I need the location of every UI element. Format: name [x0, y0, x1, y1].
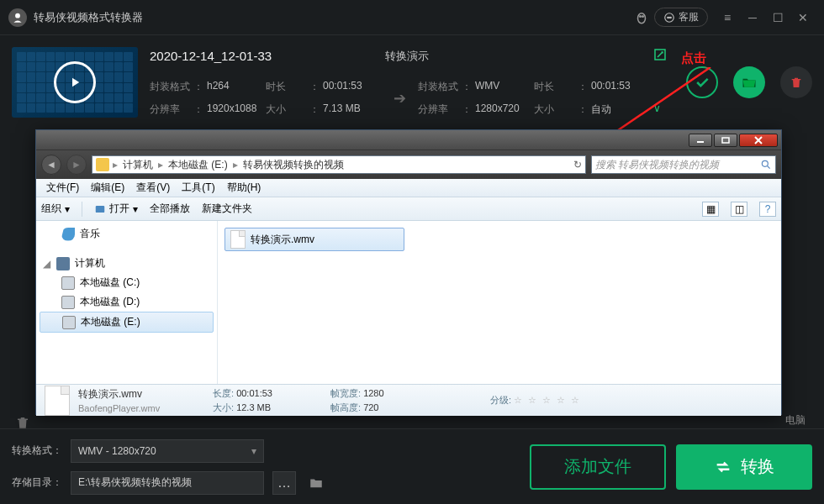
explorer-sidebar: 音乐 ◢计算机 本地磁盘 (C:) 本地磁盘 (D:) 本地磁盘 (E:) [36, 221, 218, 384]
open-folder-button[interactable] [733, 66, 765, 98]
view-mode-icon[interactable]: ▦ [702, 202, 719, 217]
file-type-icon [45, 386, 70, 416]
svg-point-2 [640, 15, 642, 17]
explorer-minimize-button[interactable] [689, 134, 712, 147]
folder-icon [96, 158, 109, 171]
toolbar-organize[interactable]: 组织 ▾ [41, 202, 70, 216]
sidebar-item-drive-c[interactable]: 本地磁盘 (C:) [36, 273, 217, 292]
bottom-bar: 转换格式： WMV - 1280x720▾ 存储目录： E:\转易侠视频转换的视… [0, 428, 824, 504]
qq-icon[interactable] [629, 5, 654, 30]
file-explorer-window: ◄ ► ▸ 计算机▸ 本地磁盘 (E:)▸ 转易侠视频转换的视频 ↻ 搜索 转易… [35, 129, 782, 415]
svg-line-12 [768, 166, 770, 169]
menu-tools[interactable]: 工具(T) [177, 179, 219, 197]
svg-rect-13 [96, 205, 105, 212]
app-logo [8, 8, 27, 27]
chevron-down-icon: ▾ [251, 445, 256, 457]
help-icon[interactable]: ? [759, 202, 776, 217]
maximize-button[interactable]: ☐ [765, 5, 790, 30]
file-icon [230, 230, 246, 249]
explorer-details-pane: 转换演示.wmv BaofengPlayer.wmv 长度: 00:01:53 … [36, 384, 781, 416]
address-bar[interactable]: ▸ 计算机▸ 本地磁盘 (E:)▸ 转易侠视频转换的视频 ↻ [92, 155, 586, 174]
svg-point-5 [668, 17, 668, 18]
close-button[interactable]: ✕ [790, 5, 816, 30]
item-filename: 2020-12-14_12-01-33 [150, 49, 385, 63]
confirm-button[interactable] [686, 66, 718, 98]
explorer-maximize-button[interactable] [714, 134, 737, 147]
sidebar-item-music[interactable]: 音乐 [36, 224, 217, 244]
item-output-name: 转换演示 [385, 49, 652, 64]
menu-help[interactable]: 帮助(H) [222, 179, 267, 197]
arrow-right-icon: ➔ [394, 89, 406, 108]
svg-rect-10 [722, 138, 729, 143]
menu-file[interactable]: 文件(F) [41, 179, 84, 197]
menu-icon[interactable]: ≡ [715, 5, 740, 30]
explorer-content[interactable]: 转换演示.wmv [218, 221, 781, 384]
output-dir-input[interactable]: E:\转易侠视频转换的视频 [71, 471, 264, 495]
explorer-search-input[interactable]: 搜索 转易侠视频转换的视频 [591, 155, 776, 174]
output-format-dropdown[interactable]: WMV - 1280x720▾ [71, 439, 264, 463]
preview-pane-icon[interactable]: ◫ [731, 202, 747, 217]
video-thumbnail[interactable] [12, 47, 138, 118]
add-file-button[interactable]: 添加文件 [530, 444, 666, 490]
open-dir-icon[interactable] [304, 471, 328, 495]
sidebar-item-computer[interactable]: ◢计算机 [36, 254, 217, 273]
toolbar-open[interactable]: 打开 ▾ [94, 202, 138, 216]
sidebar-item-drive-e[interactable]: 本地磁盘 (E:) [40, 312, 214, 333]
svg-point-3 [642, 15, 644, 17]
svg-point-11 [762, 160, 768, 166]
rename-icon[interactable] [652, 47, 668, 65]
svg-point-7 [670, 17, 671, 18]
rating-stars[interactable]: ☆ ☆ ☆ ☆ ☆ [514, 395, 581, 405]
search-icon [760, 159, 772, 171]
file-item[interactable]: 转换演示.wmv [224, 228, 404, 251]
minimize-button[interactable]: ─ [740, 5, 765, 30]
size-dropdown-icon[interactable]: ∨ [653, 102, 661, 117]
delete-button[interactable] [780, 66, 812, 98]
sidebar-item-drive-d[interactable]: 本地磁盘 (D:) [36, 292, 217, 312]
explorer-titlebar[interactable] [36, 130, 781, 150]
explorer-close-button[interactable] [739, 134, 778, 147]
svg-point-1 [638, 13, 646, 23]
browse-button[interactable]: … [272, 471, 296, 495]
app-title: 转易侠视频格式转换器 [34, 10, 143, 25]
conversion-item: 2020-12-14_12-01-33 转换演示 封装格式：h264 分辨率 ：… [0, 35, 824, 129]
svg-point-6 [668, 17, 669, 18]
toolbar-playall[interactable]: 全部播放 [150, 202, 190, 216]
format-label: 转换格式： [12, 444, 62, 458]
breadcrumb[interactable]: 计算机 [118, 158, 158, 172]
menu-view[interactable]: 查看(V) [131, 179, 175, 197]
device-label: 电脑 [785, 413, 806, 428]
toolbar-newfolder[interactable]: 新建文件夹 [202, 202, 252, 216]
convert-button[interactable]: 转换 [676, 444, 812, 490]
breadcrumb[interactable]: 本地磁盘 (E:) [163, 158, 233, 172]
menu-edit[interactable]: 编辑(E) [86, 179, 129, 197]
customer-service-button[interactable]: 客服 [654, 8, 708, 27]
nav-back-button[interactable]: ◄ [41, 155, 61, 175]
breadcrumb[interactable]: 转易侠视频转换的视频 [238, 158, 349, 172]
titlebar: 转易侠视频格式转换器 客服 ≡ ─ ☐ ✕ [0, 0, 824, 35]
nav-forward-button[interactable]: ► [66, 155, 87, 175]
refresh-icon[interactable]: ↻ [573, 159, 582, 171]
svg-point-0 [15, 13, 20, 18]
play-icon[interactable] [54, 61, 96, 103]
dir-label: 存储目录： [12, 475, 62, 490]
